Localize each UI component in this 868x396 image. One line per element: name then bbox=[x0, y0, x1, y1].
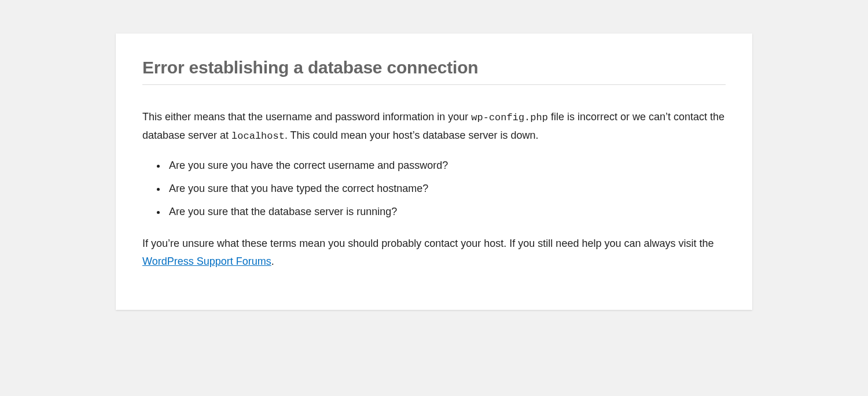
list-item: Are you sure that the database server is… bbox=[167, 204, 726, 220]
config-file-code: wp-config.php bbox=[471, 112, 548, 123]
help-text: If you’re unsure what these terms mean y… bbox=[142, 235, 726, 270]
list-item: Are you sure that you have typed the cor… bbox=[167, 181, 726, 197]
help-segment-1: If you’re unsure what these terms mean y… bbox=[142, 238, 714, 249]
help-segment-2: . bbox=[271, 256, 274, 267]
list-item: Are you sure you have the correct userna… bbox=[167, 158, 726, 174]
error-card: Error establishing a database connection… bbox=[116, 34, 752, 310]
explanation-segment-1: This either means that the username and … bbox=[142, 111, 471, 123]
checklist: Are you sure you have the correct userna… bbox=[142, 158, 726, 220]
support-forums-link[interactable]: WordPress Support Forums bbox=[142, 256, 271, 267]
explanation-text: This either means that the username and … bbox=[142, 108, 726, 145]
page-title: Error establishing a database connection bbox=[142, 49, 726, 85]
explanation-segment-3: . This could mean your host’s database s… bbox=[285, 129, 539, 141]
db-host-code: localhost bbox=[231, 131, 285, 142]
